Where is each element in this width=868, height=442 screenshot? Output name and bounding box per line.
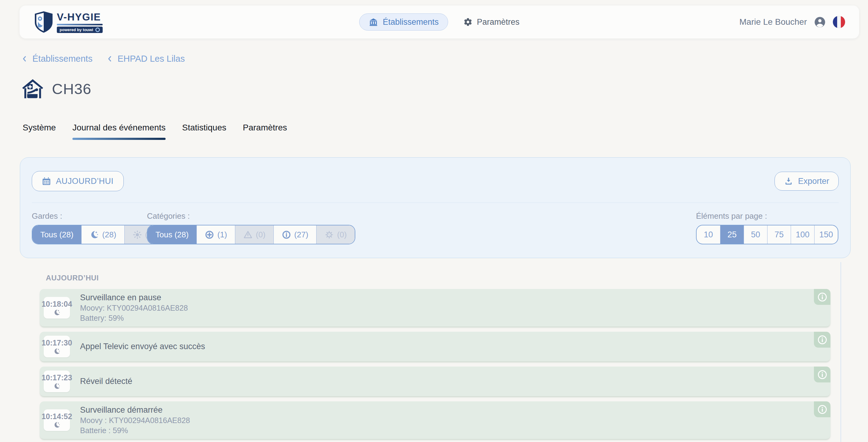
event-time-badge: 10:14:52 xyxy=(44,409,70,431)
event-time-badge: 10:17:23 xyxy=(44,371,70,392)
event-time: 10:17:30 xyxy=(41,339,72,347)
gardes-filter: Gardes : Tous (28)(28)(0) xyxy=(32,211,163,244)
segment-label: Tous (28) xyxy=(156,230,188,240)
event-time: 10:14:52 xyxy=(41,412,72,421)
segment-count: (1) xyxy=(217,230,227,240)
export-label: Exporter xyxy=(798,177,829,186)
breadcrumb-link[interactable]: EHPAD Les Lilas xyxy=(106,54,185,64)
categories-label: Catégories : xyxy=(147,211,355,221)
event-row[interactable]: 10:18:04 Surveillance en pause Moovy: KT… xyxy=(40,289,830,326)
event-info-button[interactable] xyxy=(814,332,830,348)
segment-count: (0) xyxy=(256,230,266,240)
info-circle-icon xyxy=(817,369,828,380)
event-info-button[interactable] xyxy=(814,289,830,305)
nav-parametres[interactable]: Paramètres xyxy=(463,18,520,27)
event-time-badge: 10:17:30 xyxy=(44,336,70,357)
bank-icon xyxy=(369,18,378,27)
event-detail-line: Moovy: KTY00294A0816AE828 xyxy=(80,304,188,313)
filter-segment[interactable]: (28) xyxy=(81,225,124,244)
filter-segment[interactable]: (1) xyxy=(196,225,235,244)
event-row[interactable]: 10:17:30 Appel Televic envoyé avec succè… xyxy=(40,332,830,361)
breadcrumb-label: EHPAD Les Lilas xyxy=(118,54,185,64)
user-avatar-icon[interactable] xyxy=(814,16,826,28)
info-circle-icon xyxy=(817,334,828,345)
event-text: Réveil détecté xyxy=(80,377,132,386)
per-page-option[interactable]: 10 xyxy=(696,225,720,244)
nav-etablissements[interactable]: Établissements xyxy=(359,13,448,31)
filter-segment[interactable]: Tous (28) xyxy=(32,225,81,244)
filter-segment[interactable]: Tous (28) xyxy=(148,225,196,244)
per-page-segmented-control: 10255075100150 xyxy=(696,225,838,244)
warning-icon xyxy=(243,230,253,240)
medical-room-icon xyxy=(21,79,44,99)
date-filter-button[interactable]: AUJOURD’HUI xyxy=(32,171,124,191)
filter-segment: (0) xyxy=(235,225,274,244)
gardes-label: Gardes : xyxy=(32,211,163,221)
top-navbar: V-HYGIE powered by touwi Établissements xyxy=(20,5,859,38)
per-page-filter: Éléments par page : 10255075100150 xyxy=(696,211,838,244)
per-page-option[interactable]: 25 xyxy=(720,225,744,244)
active-tab-underline xyxy=(72,138,165,140)
events-section-label: AUJOURD’HUI xyxy=(46,274,99,282)
breadcrumb-link[interactable]: Établissements xyxy=(21,54,93,64)
user-zone: Marie Le Boucher xyxy=(739,16,845,28)
download-icon xyxy=(784,177,793,186)
virus-icon xyxy=(324,230,334,240)
categories-filter: Catégories : Tous (28)(1)(0)(27)(0) xyxy=(147,211,355,244)
card-divider xyxy=(32,202,839,203)
tab-label: Système xyxy=(23,123,56,132)
segment-count: (0) xyxy=(337,230,347,240)
event-info-button[interactable] xyxy=(814,401,830,417)
event-title: Surveillance en pause xyxy=(80,293,188,303)
tab-label: Statistiques xyxy=(182,123,226,132)
event-title: Surveillance démarrée xyxy=(80,405,190,415)
touwi-dot-icon xyxy=(95,28,100,32)
segment-label: Tous (28) xyxy=(40,230,73,240)
event-time-badge: 10:18:04 xyxy=(44,297,70,319)
moon-icon xyxy=(53,309,61,316)
filter-segment[interactable]: (27) xyxy=(274,225,316,244)
brand-logo[interactable]: V-HYGIE powered by touwi xyxy=(34,11,103,33)
tab[interactable]: Paramètres xyxy=(243,123,287,140)
event-time: 10:17:23 xyxy=(41,373,72,382)
nav-etablissements-label: Établissements xyxy=(383,18,439,27)
page-title: CH36 xyxy=(52,80,91,97)
per-page-option[interactable]: 150 xyxy=(814,225,838,244)
segment-count: (28) xyxy=(102,230,116,240)
per-page-option[interactable]: 50 xyxy=(744,225,767,244)
chevron-left-icon xyxy=(21,55,28,63)
moon-icon xyxy=(90,230,99,240)
breadcrumb-label: Établissements xyxy=(32,54,93,64)
info-icon xyxy=(282,230,291,240)
brand-underline xyxy=(57,24,103,25)
gardes-segmented-control: Tous (28)(28)(0) xyxy=(32,225,163,244)
per-page-option[interactable]: 100 xyxy=(791,225,814,244)
event-text: Surveillance démarrée Moovy : KTY00294A0… xyxy=(80,405,190,435)
tab[interactable]: Système xyxy=(23,123,56,140)
medical-cross-icon xyxy=(205,230,214,240)
tab-bar: Système Journal des événements Statistiq… xyxy=(23,123,287,140)
event-title: Réveil détecté xyxy=(80,377,132,386)
segment-count: (27) xyxy=(294,230,308,240)
filter-card: AUJOURD’HUI Exporter Gardes : Tous (28)(… xyxy=(20,157,850,258)
brand-tagline: powered by touwi xyxy=(57,27,103,33)
date-filter-label: AUJOURD’HUI xyxy=(56,177,114,186)
info-circle-icon xyxy=(817,404,828,415)
event-info-button[interactable] xyxy=(814,367,830,382)
filter-segment: (0) xyxy=(316,225,355,244)
event-detail-line: Battery: 59% xyxy=(80,314,188,322)
events-list: 10:18:04 Surveillance en pause Moovy: KT… xyxy=(40,289,830,442)
user-name: Marie Le Boucher xyxy=(739,17,807,27)
language-flag-france[interactable] xyxy=(833,16,845,28)
tab-label: Journal des événements xyxy=(72,123,165,132)
nav-parametres-label: Paramètres xyxy=(477,18,520,27)
tab-label: Paramètres xyxy=(243,123,287,132)
export-button[interactable]: Exporter xyxy=(775,172,839,191)
per-page-option[interactable]: 75 xyxy=(767,225,791,244)
event-row[interactable]: 10:17:23 Réveil détecté xyxy=(40,367,830,396)
moon-icon xyxy=(53,421,61,429)
event-title: Appel Televic envoyé avec succès xyxy=(80,342,205,351)
tab[interactable]: Journal des événements xyxy=(72,123,165,140)
tab[interactable]: Statistiques xyxy=(182,123,226,140)
event-row[interactable]: 10:14:52 Surveillance démarrée Moovy : K… xyxy=(40,401,830,439)
